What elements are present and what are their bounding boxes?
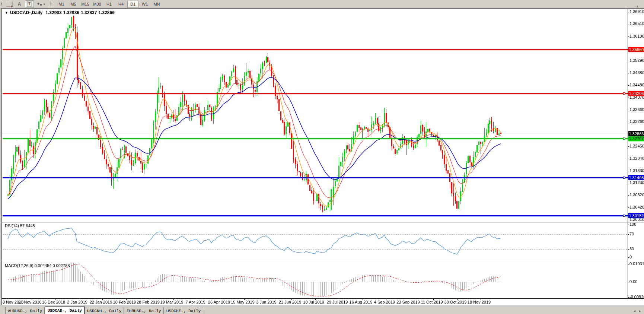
date-tick-label: 10 Jul 2019	[303, 300, 324, 304]
rsi-indicator-label: RSI(14) 57.6448	[5, 223, 35, 228]
date-tick-label: 11 Oct 2019	[421, 300, 443, 304]
macd-indicator-label: MACD(12,26,9) 0.002454 0.002788	[5, 263, 70, 268]
tabs-container: AUDUSD-, DailyUSDCAD-, DailyUSDCNH-, Dai…	[0, 305, 203, 314]
date-tick-label: 29 Jul 2019	[327, 300, 348, 304]
price-tick-label: 1.31230	[629, 180, 644, 185]
chart-tab-audusd[interactable]: AUDUSD-, Daily	[5, 307, 45, 314]
symbol-period-label: USDCAD-,Daily	[10, 10, 42, 15]
price-tick-label: 1.35290	[629, 58, 644, 63]
ohlc-high: 1.32936	[63, 10, 79, 15]
date-tick-label: 10 Feb 2019	[113, 300, 136, 304]
chart-tab-bar: AUDUSD-, DailyUSDCAD-, DailyUSDCNH-, Dai…	[0, 305, 644, 314]
chart-tab-eurusd[interactable]: EURUSD-, Daily	[124, 307, 163, 314]
price-tick-label: 1.33260	[629, 119, 644, 124]
chart-tab-usdcad[interactable]: USDCAD-, Daily	[45, 306, 84, 314]
hline-price-label: 1.34206	[628, 91, 644, 96]
chart-title: ▼ USDCAD-,Daily 1.32903 1.32936 1.32837 …	[5, 10, 115, 15]
date-tick-label: 15 May 2019	[231, 300, 255, 304]
price-tick-label: 1.33660	[629, 107, 644, 112]
pattern-fill-icon[interactable]: F	[6, 1, 14, 7]
indicator-axis-label: 0.00	[629, 279, 637, 284]
price-tick-label: 1.36910	[629, 9, 644, 14]
timeframe-button-mn[interactable]: MN	[151, 1, 162, 8]
timeframe-button-h1[interactable]: H1	[103, 1, 115, 8]
tab-scroll-left-icon[interactable]: ◂	[634, 309, 635, 313]
timeframe-button-m1[interactable]: M1	[56, 1, 67, 8]
date-tick-label: 22 Jan 2019	[90, 300, 112, 304]
date-tick-label: 30 Oct 2019	[444, 300, 467, 304]
indicator-axis-label: 30	[629, 247, 634, 251]
chart-tab-usdcnh[interactable]: USDCNH-, Daily	[85, 307, 124, 314]
date-tick-label: 27 Nov 2018	[18, 300, 41, 304]
timeframe-button-m5[interactable]: M5	[68, 1, 79, 8]
text-a-glyph: A	[18, 1, 21, 7]
text-frame-t-glyph: T	[27, 1, 32, 7]
date-tick-label: 3 Jun 2019	[256, 300, 276, 304]
ohlc-open: 1.32903	[45, 10, 61, 15]
date-tick-label: 3 Jan 2019	[67, 300, 87, 304]
top-toolbar: F A T ▾ M1M5M15M30H1H4D1W1MN	[0, 0, 644, 9]
scroll-up-marker-icon: ▲	[636, 4, 639, 8]
price-tick-label: 1.34880	[629, 70, 644, 75]
indicator-axis-label: 0.010311	[629, 261, 644, 266]
ohlc-close: 1.32866	[98, 10, 114, 15]
indicator-axis-label: 70	[629, 232, 634, 236]
hline-price-label: 1.32707	[628, 136, 644, 141]
date-tick-label: 26 Apr 2019	[208, 300, 230, 304]
tab-scroll-arrows: ◂▸	[634, 309, 641, 313]
toolbar-drag-handle-2[interactable]	[50, 1, 52, 7]
timeframe-button-m15[interactable]: M15	[80, 1, 91, 8]
price-tick-label: 1.31630	[629, 168, 644, 173]
text-frame-t-icon[interactable]: T	[25, 0, 34, 8]
dropdown-arrow-icon: ▾	[43, 3, 45, 6]
timeframe-button-d1[interactable]: D1	[127, 1, 138, 8]
price-tick-label: 1.30820	[629, 193, 644, 197]
pattern-fill-glyph: F	[7, 2, 13, 7]
price-tick-label: 1.34480	[629, 83, 644, 87]
text-a-icon[interactable]: A	[15, 1, 23, 7]
date-tick-label: 19 Mar 2019	[160, 300, 184, 304]
indicator-axis-label: -0.009203	[629, 295, 644, 299]
indicator-axis-label: 0	[629, 255, 632, 259]
date-tick-label: 28 Feb 2019	[137, 300, 160, 304]
price-tick-label: 1.32040	[629, 156, 644, 161]
arrows-glyph	[37, 2, 43, 7]
current-price-label: 1.32866	[628, 131, 644, 136]
date-tick-label: 21 Jun 2019	[279, 300, 302, 304]
indicator-axis-label: 100	[629, 222, 636, 226]
hline-price-label: 1.30152	[628, 213, 644, 218]
symbol-collapse-icon[interactable]: ▼	[5, 11, 8, 15]
hline-price-label: 1.35660	[628, 47, 644, 52]
tab-scroll-right-icon[interactable]: ▸	[639, 309, 641, 313]
date-tick-label: 16 Dec 2018	[42, 300, 65, 304]
date-tick-label: 23 Sep 2019	[396, 300, 420, 304]
timeframe-button-h4[interactable]: H4	[115, 1, 127, 8]
date-tick-label: 7 Apr 2019	[185, 300, 205, 304]
timeframe-button-m30[interactable]: M30	[92, 1, 103, 8]
price-tick-label: 1.32450	[629, 144, 644, 148]
ohlc-low: 1.32837	[81, 10, 97, 15]
price-tick-label: 1.30420	[629, 205, 644, 209]
date-tick-label: 18 Nov 2019	[468, 300, 491, 304]
date-tick-label: 16 Aug 2019	[350, 300, 373, 304]
price-tick-label: 1.36510	[629, 21, 644, 26]
timeframe-button-w1[interactable]: W1	[139, 1, 150, 8]
timeframe-button-group: M1M5M15M30H1H4D1W1MN	[55, 1, 163, 8]
toolbar-drag-handle[interactable]	[1, 1, 3, 7]
chart-window: ▼ USDCAD-,Daily 1.32903 1.32936 1.32837 …	[1, 8, 644, 305]
chart-canvas[interactable]	[2, 9, 644, 305]
chart-tab-usdchf[interactable]: USDCHF-, Daily	[164, 307, 203, 314]
date-tick-label: 4 Sep 2019	[374, 300, 395, 304]
hline-price-label: 1.31405	[628, 175, 644, 180]
arrow-style-icon[interactable]: ▾	[35, 1, 47, 7]
price-tick-label: 1.36100	[629, 34, 644, 38]
